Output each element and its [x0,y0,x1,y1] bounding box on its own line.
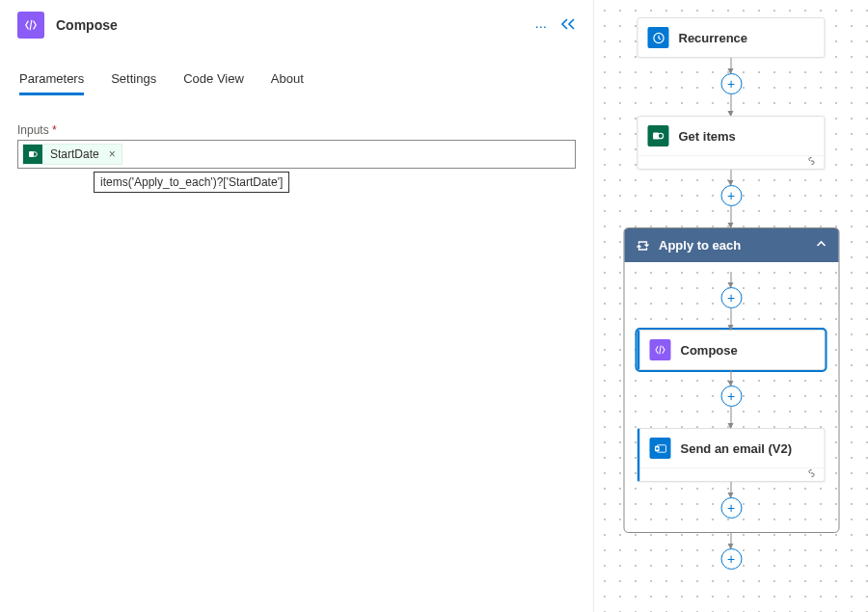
connector-arrow [731,482,732,497]
tab-code-view[interactable]: Code View [183,66,244,95]
sharepoint-icon [23,145,42,164]
collapse-scope-icon[interactable] [815,238,827,253]
token-label: StartDate [50,147,99,161]
action-config-panel: Compose ··· Parameters Settings Code Vie… [0,0,593,612]
collapse-panel-icon[interactable] [560,17,576,34]
tab-settings[interactable]: Settings [111,66,156,95]
flow-canvas[interactable]: Recurrence + Get items + [593,0,868,612]
required-asterisk: * [52,123,57,137]
panel-header: Compose ··· [17,12,576,46]
add-step-button[interactable]: + [720,548,742,570]
tab-about[interactable]: About [271,66,304,95]
connector-arrow [731,407,732,428]
connector-arrow [731,206,732,227]
loop-icon [636,239,649,253]
connector-arrow [731,370,732,386]
inputs-field[interactable]: StartDate × [17,140,576,169]
inputs-label: Inputs * [17,123,576,137]
tabs: Parameters Settings Code View About [17,66,576,96]
connector-arrow [731,170,732,185]
clock-icon [648,27,669,48]
tab-parameters[interactable]: Parameters [19,66,84,95]
scope-body: + Compose + [624,262,838,522]
parameters-form: Inputs * StartDate × [17,123,576,169]
node-label: Compose [681,343,738,358]
more-actions-icon[interactable]: ··· [534,17,547,34]
token-expression-tooltip: items('Apply_to_each')?['StartDate'] [94,172,289,193]
flow-node-get-items[interactable]: Get items [637,116,826,170]
compose-icon [17,12,44,39]
link-icon [807,156,817,168]
flow-node-send-email[interactable]: Send an email (V2) [637,428,826,482]
sharepoint-icon [648,125,669,146]
connector-arrow [731,58,732,73]
flow-node-recurrence[interactable]: Recurrence [637,17,826,58]
flow-scope-apply-to-each[interactable]: Apply to each + Compose [623,227,839,533]
link-icon [807,468,817,480]
add-step-button[interactable]: + [720,287,742,308]
add-step-button[interactable]: + [720,73,742,94]
connector-arrow [731,533,732,548]
connector-arrow [731,308,732,330]
node-label: Get items [679,129,736,144]
panel-title: Compose [56,17,523,33]
node-label: Recurrence [679,31,748,45]
outlook-icon [650,438,671,459]
flow-node-compose[interactable]: Compose [637,330,826,370]
inputs-label-text: Inputs [17,123,49,137]
connector-arrow [731,94,732,116]
node-label: Send an email (V2) [681,441,793,456]
connector-arrow [731,272,732,287]
token-startdate[interactable]: StartDate × [22,144,122,165]
add-step-button[interactable]: + [720,185,742,206]
compose-icon [650,339,671,360]
remove-token-icon[interactable]: × [107,147,116,161]
node-footer [638,155,825,169]
scope-label: Apply to each [659,238,741,253]
add-step-button[interactable]: + [720,497,742,519]
add-step-button[interactable]: + [720,386,742,407]
svg-point-7 [656,447,658,449]
scope-header[interactable]: Apply to each [624,228,838,262]
node-footer [640,467,825,481]
